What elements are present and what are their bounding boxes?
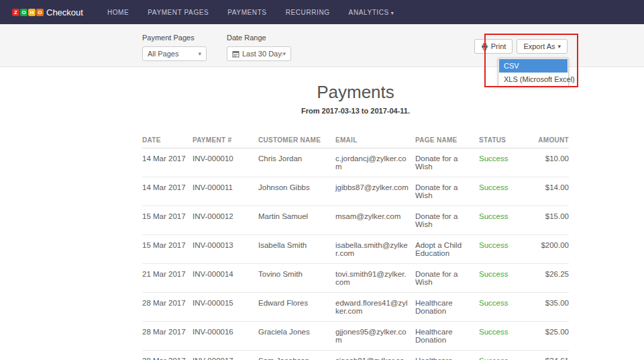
export-option-csv[interactable]: CSV [499, 59, 568, 73]
cell-page: Donate for a Wish [415, 148, 479, 177]
zoho-logo-letter: O [36, 9, 44, 16]
cell-amount: $15.00 [521, 206, 569, 235]
table-row: 15 Mar 2017INV-000013Isabella Smithisabe… [142, 235, 569, 264]
payment-pages-select[interactable]: All Pages ▾ [142, 46, 207, 61]
cell-amount: $26.25 [521, 264, 569, 293]
cell-customer: Chris Jordan [258, 148, 335, 177]
column-header-email: EMAIL [335, 132, 415, 148]
nav-item-home[interactable]: HOME [107, 9, 129, 16]
cell-amount: $24.61 [521, 351, 569, 360]
nav-item-recurring[interactable]: RECURRING [286, 9, 330, 16]
cell-email: gjjones95@zylker.com [335, 322, 415, 351]
cell-customer: Johnson Gibbs [258, 177, 335, 206]
chevron-down-icon: ▾ [282, 50, 286, 57]
cell-email: c.jordancj@zylker.com [335, 148, 415, 177]
cell-customer: Sam Jacobson [258, 351, 335, 360]
cell-date: 28 Mar 2017 [142, 322, 193, 351]
cell-date: 14 Mar 2017 [142, 148, 193, 177]
nav-item-payments[interactable]: PAYMENTS [227, 9, 266, 16]
cell-payment: INV-000016 [193, 322, 258, 351]
print-button[interactable]: Print [474, 39, 513, 54]
payment-pages-value: All Pages [148, 50, 198, 58]
date-range-value: Last 30 Days [242, 50, 282, 58]
chevron-down-icon: ▾ [198, 50, 201, 57]
toolbar: Print Export As ▾ [474, 39, 568, 54]
payments-table-body: 14 Mar 2017INV-000010Chris Jordanc.jorda… [142, 148, 569, 360]
date-range-label: Date Range [227, 34, 291, 42]
cell-customer: Edward Flores [258, 293, 335, 322]
cell-customer: Martin Samuel [258, 206, 335, 235]
column-header-date: DATE [142, 132, 193, 148]
cell-amount: $10.00 [521, 148, 569, 177]
cell-payment: INV-000011 [193, 177, 258, 206]
cell-page: Donate for a Wish [415, 264, 479, 293]
cell-email: isabella.smith@zylker.com [335, 235, 415, 264]
date-range-filter: Date Range Last 30 Days ▾ [227, 34, 291, 66]
cell-payment: INV-000013 [193, 235, 258, 264]
cell-amount: $200.00 [521, 235, 569, 264]
cell-status: Success [479, 235, 521, 264]
cell-payment: INV-000010 [193, 148, 258, 177]
nav-item-analytics[interactable]: ANALYTICS▾ [349, 9, 394, 16]
column-header-customer: CUSTOMER NAME [258, 132, 335, 148]
export-option-xls-microsoft-excel[interactable]: XLS (Microsoft Excel) [499, 73, 568, 86]
cell-status: Success [479, 264, 521, 293]
cell-page: Healthcare Donation [415, 351, 479, 360]
cell-payment: INV-000015 [193, 293, 258, 322]
column-header-payment: PAYMENT # [193, 132, 258, 148]
zoho-logo: ZOHO [12, 9, 44, 16]
cell-status: Success [479, 148, 521, 177]
brand[interactable]: ZOHO Checkout [12, 7, 83, 17]
column-header-status: STATUS [479, 132, 521, 148]
column-header-page: PAGE NAME [415, 132, 479, 148]
cell-customer: Isabella Smith [258, 235, 335, 264]
table-row: 28 Mar 2017INV-000015Edward Floresedward… [142, 293, 569, 322]
table-header-row: DATEPAYMENT #CUSTOMER NAMEEMAILPAGE NAME… [142, 132, 569, 148]
cell-page: Donate for a Wish [415, 206, 479, 235]
date-range-select[interactable]: Last 30 Days ▾ [227, 46, 291, 61]
cell-date: 14 Mar 2017 [142, 177, 193, 206]
print-icon [481, 43, 488, 50]
payments-table: DATEPAYMENT #CUSTOMER NAMEEMAILPAGE NAME… [142, 132, 569, 360]
cell-email: sjacob81@zylker.com [335, 351, 415, 360]
brand-name: Checkout [46, 7, 83, 17]
print-button-label: Print [491, 42, 506, 50]
cell-date: 28 Mar 2017 [142, 293, 193, 322]
cell-amount: $35.00 [521, 293, 569, 322]
payment-pages-label: Payment Pages [142, 34, 207, 42]
nav-item-payment-pages[interactable]: PAYMENT PAGES [148, 9, 209, 16]
zoho-logo-letter: H [28, 9, 36, 16]
cell-status: Success [479, 351, 521, 360]
cell-email: msam@zylker.com [335, 206, 415, 235]
zoho-logo-letter: Z [12, 9, 19, 16]
cell-date: 15 Mar 2017 [142, 235, 193, 264]
export-as-button-label: Export As [523, 42, 555, 50]
cell-email: tovi.smith91@zylker.com [335, 264, 415, 293]
cell-email: jgibbs87@zylker.com [335, 177, 415, 206]
table-row: 14 Mar 2017INV-000010Chris Jordanc.jorda… [142, 148, 569, 177]
cell-amount: $25.00 [521, 322, 569, 351]
calendar-icon [232, 50, 239, 58]
cell-status: Success [479, 177, 521, 206]
export-menu: CSVXLS (Microsoft Excel) [498, 58, 569, 87]
cell-status: Success [479, 293, 521, 322]
export-as-button[interactable]: Export As ▾ [517, 39, 568, 54]
main-content: Payments From 2017-03-13 to 2017-04-11. … [142, 67, 569, 360]
cell-customer: Tovino Smith [258, 264, 335, 293]
top-navbar: ZOHO Checkout HOMEPAYMENT PAGESPAYMENTSR… [0, 0, 644, 24]
table-row: 28 Mar 2017INV-000017Sam Jacobsonsjacob8… [142, 351, 569, 360]
table-row: 21 Mar 2017INV-000014Tovino Smithtovi.sm… [142, 264, 569, 293]
nav-menu: HOMEPAYMENT PAGESPAYMENTSRECURRINGANALYT… [107, 9, 413, 16]
column-header-amount: AMOUNT [521, 132, 569, 148]
cell-payment: INV-000012 [193, 206, 258, 235]
chevron-down-icon: ▾ [557, 43, 561, 50]
chevron-down-icon: ▾ [391, 10, 394, 16]
filter-bar: Payment Pages All Pages ▾ Date Range Las… [0, 24, 644, 67]
cell-payment: INV-000017 [193, 351, 258, 360]
cell-page: Donate for a Wish [415, 177, 479, 206]
cell-page: Healthcare Donation [415, 293, 479, 322]
cell-status: Success [479, 322, 521, 351]
table-row: 14 Mar 2017INV-000011Johnson Gibbsjgibbs… [142, 177, 569, 206]
table-row: 15 Mar 2017INV-000012Martin Samuelmsam@z… [142, 206, 569, 235]
cell-date: 21 Mar 2017 [142, 264, 193, 293]
